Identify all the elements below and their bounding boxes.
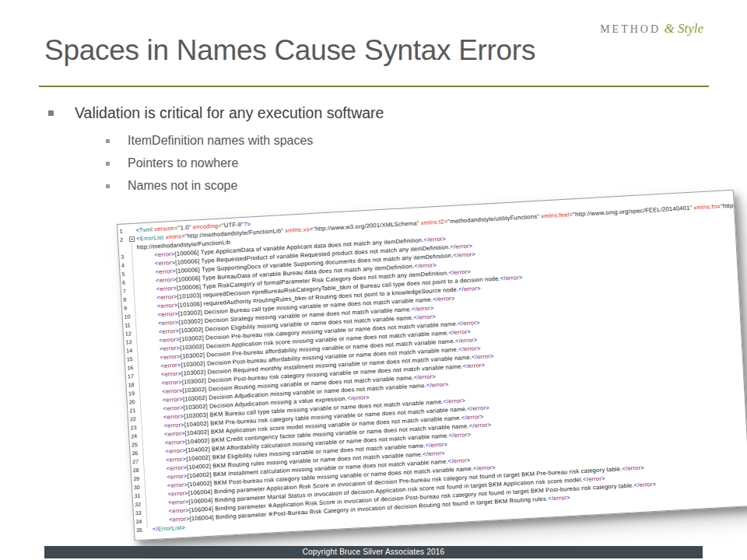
- line-number: 19: [127, 389, 139, 398]
- slide: Method & Style Spaces in Names Cause Syn…: [0, 0, 747, 560]
- bullet-level2-item: ItemDefinition names with spaces: [106, 134, 313, 148]
- line-number: 5: [120, 269, 132, 278]
- line-number: 20: [128, 397, 139, 407]
- bullet-level2-text: Pointers to nowhere: [128, 156, 238, 170]
- line-number: 24: [129, 432, 141, 441]
- xml-validation-screenshot: 1<?xml version="1.0" encoding="UTF-8"?>2…: [117, 190, 747, 541]
- line-number: 28: [131, 466, 142, 475]
- line-number: 33: [133, 509, 145, 518]
- line-number: 9: [122, 303, 134, 313]
- line-number: 25: [130, 440, 142, 450]
- bullet-level2-text: Names not in scope: [128, 179, 237, 193]
- bullet-level1-text: Validation is critical for any execution…: [75, 104, 384, 122]
- collapse-icon: [129, 236, 135, 242]
- line-number: 12: [124, 329, 135, 338]
- bullet-square-icon: [106, 162, 110, 166]
- title-divider: [39, 86, 709, 87]
- line-number: 26: [130, 449, 142, 458]
- line-number: 21: [128, 406, 139, 415]
- line-number: 22: [128, 415, 140, 424]
- bullet-square-icon: [106, 139, 110, 143]
- line-number: 27: [131, 457, 142, 467]
- line-number: 34: [134, 517, 146, 527]
- bullet-square-icon: [48, 110, 54, 116]
- bullet-square-icon: [106, 184, 110, 188]
- line-number: 30: [132, 483, 144, 492]
- line-number: 29: [132, 474, 143, 484]
- bullet-level2-text: ItemDefinition names with spaces: [128, 134, 313, 148]
- line-number: 18: [126, 380, 138, 390]
- bullet-level2-item: Pointers to nowhere: [106, 156, 238, 170]
- copyright-bar: Copyright Bruce Silver Associates 2016: [44, 546, 703, 558]
- logo-method-text: Method: [600, 23, 661, 35]
- page-title: Spaces in Names Cause Syntax Errors: [44, 34, 535, 67]
- bullet-level2-item: Names not in scope: [106, 179, 237, 193]
- line-number: 11: [123, 320, 135, 330]
- line-number: 7: [121, 286, 133, 296]
- line-number: 16: [125, 363, 137, 373]
- line-number: 4: [120, 261, 132, 270]
- line-number: 15: [124, 355, 136, 364]
- line-number: [118, 243, 130, 253]
- line-number: 13: [124, 338, 135, 347]
- logo-style-text: & Style: [664, 21, 703, 36]
- line-number: 6: [121, 278, 132, 287]
- line-number: 23: [128, 423, 140, 432]
- bullet-level1: Validation is critical for any execution…: [48, 104, 384, 122]
- line-number: 32: [133, 500, 145, 509]
- line-number: 14: [124, 346, 136, 355]
- line-number: 8: [121, 295, 133, 304]
- line-number: 10: [122, 312, 134, 321]
- xml-code: 1<?xml version="1.0" encoding="UTF-8"?>2…: [117, 193, 747, 535]
- line-number: 17: [126, 372, 138, 381]
- line-number: 2: [118, 235, 130, 244]
- line-number: 35: [135, 526, 146, 535]
- line-number: 1: [117, 226, 129, 236]
- line-number: 31: [132, 492, 144, 501]
- method-and-style-logo: Method & Style: [600, 21, 703, 37]
- line-number: 3: [119, 252, 131, 261]
